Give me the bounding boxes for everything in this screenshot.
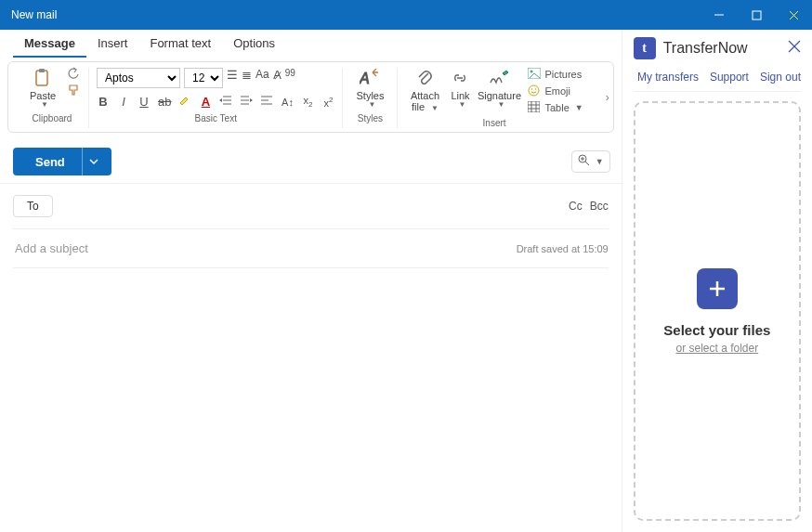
font-size-select[interactable]: 12 — [184, 68, 223, 88]
chevron-down-icon: ▼ — [575, 103, 583, 112]
send-button[interactable]: Send — [13, 148, 111, 175]
sign-out-link[interactable]: Sign out — [760, 71, 801, 84]
link-icon — [451, 68, 469, 88]
basic-text-group-label: Basic Text — [195, 113, 237, 123]
tab-format-text[interactable]: Format text — [138, 31, 222, 58]
format-painter-button[interactable] — [66, 83, 81, 97]
clipboard-icon — [33, 68, 52, 88]
ribbon-group-insert: Attach file ▼ Link ▼ Signature — [398, 68, 605, 128]
text-direction-icon[interactable]: A↕ — [281, 97, 294, 108]
svg-point-20 — [535, 88, 537, 90]
subject-input[interactable] — [13, 240, 507, 256]
message-body-input[interactable] — [13, 268, 609, 510]
svg-rect-4 — [36, 71, 47, 85]
numbering-icon[interactable]: ≣ — [242, 68, 252, 82]
tab-options[interactable]: Options — [222, 31, 286, 58]
panel-title: TransferNow — [663, 40, 748, 57]
styles-button[interactable]: A Styles ▼ — [350, 68, 389, 110]
highlight-icon[interactable] — [178, 94, 191, 110]
emoji-icon — [528, 84, 541, 97]
svg-point-18 — [529, 85, 539, 96]
add-files-button[interactable] — [697, 268, 738, 309]
link-button[interactable]: Link ▼ — [444, 68, 476, 110]
signature-button[interactable]: Signature ▼ — [476, 68, 522, 110]
insert-group-label: Insert — [483, 118, 506, 128]
clipboard-group-label: Clipboard — [33, 113, 72, 123]
clear-format-icon[interactable]: A̷ — [273, 68, 282, 82]
italic-button[interactable]: I — [117, 95, 130, 109]
my-transfers-link[interactable]: My transfers — [637, 71, 699, 84]
undo-button[interactable] — [66, 66, 81, 81]
font-color-button[interactable]: A — [199, 95, 212, 109]
window-title: New mail — [11, 8, 57, 21]
send-split-button[interactable] — [82, 148, 106, 175]
magnifier-icon — [578, 154, 590, 169]
svg-rect-1 — [753, 11, 761, 19]
table-icon — [528, 101, 541, 114]
pictures-button[interactable]: Pictures — [528, 68, 583, 81]
to-input[interactable] — [62, 199, 561, 214]
tab-insert[interactable]: Insert — [86, 31, 139, 58]
ribbon-tabs: Message Insert Format text Options — [0, 30, 622, 58]
bcc-button[interactable]: Bcc — [590, 200, 609, 213]
bullets-icon[interactable]: ☰ — [227, 68, 238, 82]
cc-button[interactable]: Cc — [569, 200, 583, 213]
styles-group-label: Styles — [358, 113, 383, 123]
window-close-button[interactable] — [775, 0, 812, 30]
paste-button[interactable]: Paste ▼ — [23, 68, 62, 110]
picture-icon — [528, 68, 541, 81]
zoom-button[interactable]: ▼ — [571, 150, 610, 173]
svg-point-17 — [530, 71, 533, 73]
ribbon: Paste ▼ Clipboard — [7, 61, 614, 133]
svg-point-19 — [531, 88, 533, 90]
plus-icon — [707, 279, 727, 299]
decrease-indent-icon[interactable] — [219, 95, 232, 109]
superscript-button[interactable]: x2 — [321, 96, 334, 109]
paperclip-icon — [416, 68, 433, 88]
svg-line-27 — [585, 162, 589, 165]
bold-button[interactable]: B — [97, 95, 110, 109]
to-button[interactable]: To — [13, 195, 53, 217]
panel-close-button[interactable] — [788, 40, 801, 57]
subscript-button[interactable]: x2 — [301, 95, 314, 109]
ribbon-group-styles: A Styles ▼ Styles — [343, 68, 398, 128]
chevron-down-icon: ▼ — [459, 101, 466, 110]
signature-icon — [489, 68, 509, 88]
transfernow-logo: t — [634, 37, 656, 59]
emoji-button[interactable]: Emoji — [528, 84, 583, 97]
dropzone-title: Select your files — [663, 322, 770, 338]
font-case-button[interactable]: Aa — [255, 68, 269, 81]
table-button[interactable]: Table▼ — [528, 101, 583, 114]
attach-file-button[interactable]: Attach file ▼ — [405, 68, 444, 113]
window-titlebar: New mail — [0, 0, 812, 30]
chevron-down-icon: ▼ — [41, 101, 48, 110]
chevron-down-icon: ▼ — [596, 157, 604, 166]
styles-icon: A — [360, 68, 380, 88]
increase-indent-icon[interactable] — [240, 95, 253, 109]
select-folder-link[interactable]: or select a folder — [675, 342, 758, 355]
draft-status: Draft saved at 15:09 — [517, 243, 609, 254]
ribbon-group-clipboard: Paste ▼ Clipboard — [16, 68, 89, 128]
ribbon-group-basic-text: Aptos 12 ☰ ≣ Aa A̷ 99 B I U ab — [89, 68, 343, 128]
ribbon-scroll-right[interactable]: › — [606, 91, 609, 104]
tab-message[interactable]: Message — [13, 31, 86, 58]
addin-panel-transfernow: t TransferNow My transfers Support Sign … — [622, 30, 812, 532]
svg-rect-21 — [528, 101, 540, 112]
superscript-icon[interactable]: 99 — [285, 68, 295, 78]
file-dropzone[interactable]: Select your files or select a folder — [634, 101, 801, 521]
window-minimize-button[interactable] — [701, 0, 738, 30]
svg-rect-5 — [39, 69, 45, 72]
chevron-down-icon: ▼ — [369, 101, 376, 110]
align-left-icon[interactable] — [260, 95, 273, 109]
svg-text:A: A — [360, 71, 370, 86]
support-link[interactable]: Support — [710, 71, 749, 84]
font-name-select[interactable]: Aptos — [97, 68, 180, 88]
window-maximize-button[interactable] — [738, 0, 775, 30]
strike-button[interactable]: ab — [158, 95, 171, 109]
underline-button[interactable]: U — [138, 95, 151, 109]
chevron-down-icon: ▼ — [498, 101, 505, 110]
